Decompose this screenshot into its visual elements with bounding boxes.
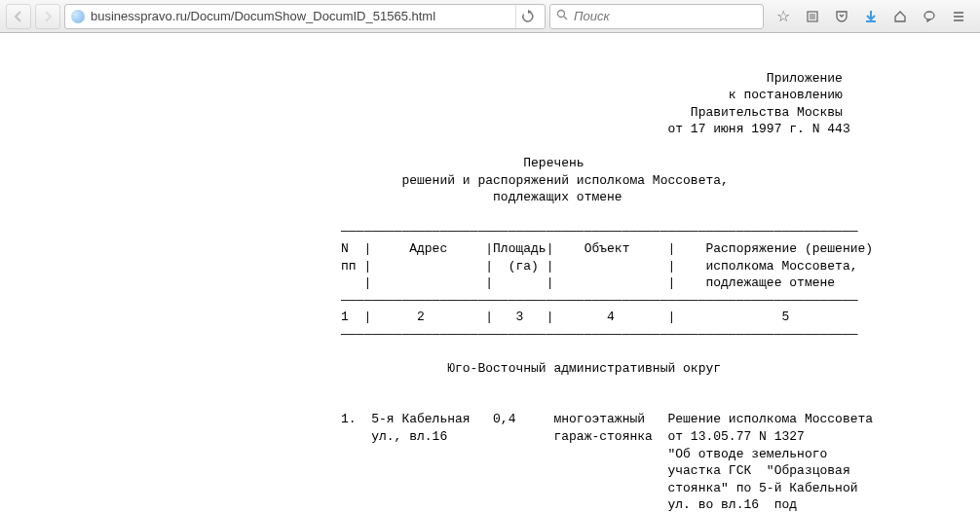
doc-title-line: решений и распоряжений исполкома Моссове… [341,173,729,188]
chat-icon[interactable] [920,7,939,26]
table-header-line: | | | | подлежащее отмене [341,275,835,290]
reading-list-icon[interactable] [803,7,822,26]
url-bar[interactable]: businesspravo.ru/Docum/DocumShow_DocumID… [64,4,546,29]
district-line: Юго-Восточный административный округ [341,361,721,376]
url-text: businesspravo.ru/Docum/DocumShow_DocumID… [91,9,506,23]
globe-icon [71,10,85,23]
table-header-line: N | Адрес |Площадь| Объект | Распоряжени… [341,241,873,256]
table-row: участка ГСК "Образцовая [341,463,850,478]
back-button[interactable] [6,4,31,29]
table-row: 1. 5-я Кабельная 0,4 многоэтажный Решени… [341,412,873,426]
doc-title-line: подлежащих отмене [341,190,622,204]
search-icon [556,9,568,23]
table-row: ул., вл.16 гараж-стоянка от 13.05.77 N 1… [341,429,805,444]
table-rule: ————————————————————————————————————————… [341,224,858,238]
search-input[interactable] [574,9,757,23]
download-icon[interactable] [861,7,881,26]
menu-icon[interactable] [949,7,968,26]
doc-title-line: Перечень [341,156,584,170]
table-row: ул. во вл.16 под [341,497,797,512]
forward-button[interactable] [35,4,60,29]
attachment-line: Правительства Москвы [341,105,843,120]
attachment-line: к постановлению [341,88,843,102]
toolbar-icons: ☆ [768,7,974,26]
page-content: Приложение к постановлению Правительства… [0,33,980,512]
table-row: стоянка" по 5-й Кабельной [341,481,858,495]
search-bar[interactable] [549,4,764,29]
svg-point-0 [558,11,565,18]
reload-button[interactable] [515,5,539,28]
svg-point-7 [924,12,934,19]
table-header-line: пп | | (га) | | исполкома Моссовета, [341,259,858,274]
attachment-line: Приложение [341,71,843,86]
table-colnum-line: 1 | 2 | 3 | 4 | 5 [341,310,789,324]
table-row: "Об отводе земельного [341,447,827,461]
svg-line-1 [564,17,567,19]
pocket-icon[interactable] [832,7,851,26]
home-icon[interactable] [890,7,910,26]
table-rule: ————————————————————————————————————————… [341,327,858,342]
browser-toolbar: businesspravo.ru/Docum/DocumShow_DocumID… [0,0,980,33]
table-rule: ————————————————————————————————————————… [341,293,858,308]
document-body: Приложение к постановлению Правительства… [0,33,980,512]
attachment-line: от 17 июня 1997 г. N 443 [341,122,850,136]
bookmark-icon[interactable]: ☆ [773,7,793,26]
